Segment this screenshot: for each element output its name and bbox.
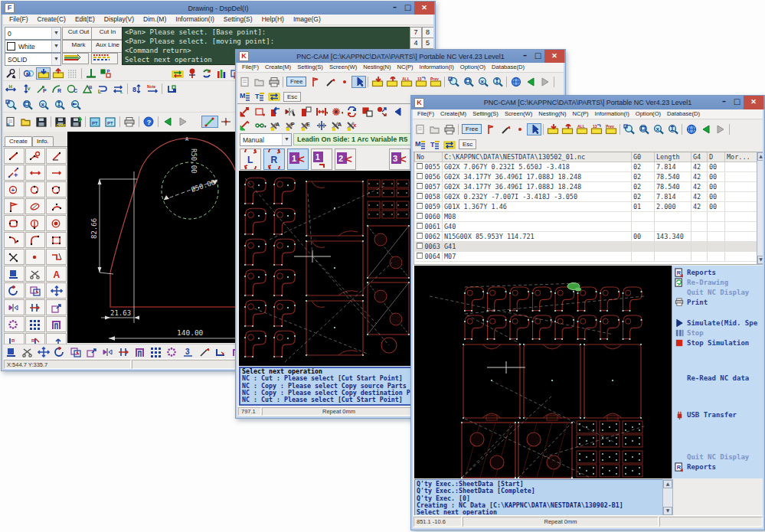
zoom-window-icon[interactable] bbox=[636, 123, 651, 135]
menu-item-help[interactable]: Help(H) bbox=[257, 15, 289, 24]
circle-dot-tool[interactable] bbox=[25, 181, 46, 197]
stretch-icon[interactable] bbox=[116, 346, 132, 358]
cmd-13-icon[interactable]: 13 bbox=[414, 76, 428, 88]
array-grid-tool[interactable] bbox=[25, 316, 46, 332]
nc-row[interactable]: 0060M08 bbox=[415, 212, 758, 222]
cut-e-icon[interactable]: E bbox=[299, 119, 314, 132]
menu-item-setting[interactable]: Setting(S) bbox=[294, 63, 326, 72]
menu-item-information[interactable]: Information(I) bbox=[417, 63, 457, 72]
dim-note-icon[interactable]: Note bbox=[145, 83, 160, 95]
dim-swap-icon[interactable]: L bbox=[110, 83, 126, 95]
arrow-right-tool[interactable] bbox=[46, 165, 67, 181]
nc-row[interactable]: 0061G40 bbox=[415, 222, 758, 232]
cmd-out-icon[interactable] bbox=[560, 123, 574, 135]
print-icon[interactable] bbox=[266, 76, 281, 88]
cycle-icon[interactable] bbox=[345, 106, 360, 118]
row-checkbox[interactable] bbox=[417, 243, 423, 249]
nav-back-icon[interactable] bbox=[160, 116, 175, 128]
double-square-icon[interactable] bbox=[360, 106, 375, 118]
palette-tab-info[interactable]: Info. bbox=[32, 136, 54, 146]
arrow-both-tool[interactable] bbox=[25, 165, 46, 181]
color-bars-icon[interactable] bbox=[214, 67, 228, 80]
cmd-all-icon[interactable]: ALL bbox=[399, 76, 414, 88]
menu-item-file[interactable]: File(F) bbox=[239, 63, 262, 72]
free-button[interactable]: Free bbox=[462, 124, 482, 134]
row-checkbox[interactable] bbox=[417, 213, 423, 219]
table-header[interactable]: G4 bbox=[691, 152, 708, 162]
dim-leader-icon[interactable]: L bbox=[95, 83, 110, 95]
copy-tool[interactable] bbox=[25, 282, 46, 299]
menu-item-display[interactable]: Display(V) bbox=[100, 15, 139, 24]
copy-icon[interactable] bbox=[67, 346, 83, 358]
menu-item-create[interactable]: Create(M) bbox=[437, 109, 469, 119]
hook-curve-tool[interactable] bbox=[4, 232, 25, 248]
menu-item-option[interactable]: Option(O) bbox=[633, 109, 664, 119]
nav-forward-icon[interactable] bbox=[713, 123, 727, 135]
nav-forward-icon[interactable] bbox=[175, 116, 191, 128]
move-icon[interactable] bbox=[35, 346, 51, 358]
lead-mode-combo[interactable]: Manual▼ bbox=[240, 133, 292, 146]
titlebar-drawing[interactable]: F Drawing - DspDel(I) – □ ✕ bbox=[2, 2, 435, 15]
nc-row[interactable]: 0063G41 bbox=[415, 242, 758, 252]
cursor-icon[interactable] bbox=[351, 76, 366, 88]
line-style-button[interactable] bbox=[91, 53, 118, 64]
ellipse-tool[interactable] bbox=[25, 198, 46, 214]
close-button[interactable]: ✕ bbox=[744, 96, 763, 109]
titlebar-cam-nesting[interactable]: K PNC-CAM [C:\KAPPNC\DATA\PARTS\] Portab… bbox=[236, 50, 565, 64]
numpad-key-5[interactable]: 5 bbox=[422, 38, 434, 49]
maximize-button[interactable]: □ bbox=[731, 96, 744, 109]
disk-pt2-icon[interactable]: PT bbox=[103, 116, 118, 128]
nav-forward-icon[interactable] bbox=[538, 76, 552, 88]
esc-button[interactable]: Esc bbox=[283, 92, 301, 102]
cut-x-icon[interactable]: x bbox=[345, 119, 360, 132]
flag-icon2[interactable] bbox=[483, 123, 498, 135]
menu-item-setting[interactable]: Setting(S) bbox=[219, 15, 257, 24]
mirror-icon[interactable] bbox=[100, 346, 116, 358]
menu-item-create[interactable]: Create(M) bbox=[262, 63, 294, 72]
zoom-extents-icon[interactable] bbox=[665, 123, 680, 135]
mirror-flip-icon[interactable] bbox=[283, 106, 299, 118]
mouse-select-icon[interactable]: M bbox=[21, 67, 36, 80]
nc-row[interactable]: 0062N15G00X 85.953Y 114.72100143.340 bbox=[415, 232, 758, 242]
justify-icon[interactable]: ▾ bbox=[314, 106, 329, 118]
rotate-right-button[interactable]: R bbox=[263, 149, 285, 170]
nc-row[interactable]: 0059G01X 1.367Y 1.46012.0004200 bbox=[415, 202, 758, 212]
cmd-in-icon[interactable] bbox=[370, 76, 384, 88]
numpad-key-7[interactable]: 7 bbox=[410, 27, 422, 38]
menu-item-database[interactable]: Database(D) bbox=[664, 109, 703, 119]
line-snap-icon[interactable] bbox=[201, 116, 218, 128]
menu-item-file[interactable]: File(F) bbox=[414, 109, 437, 119]
point-red-icon[interactable] bbox=[337, 76, 351, 88]
cmd-out-icon[interactable] bbox=[384, 76, 399, 88]
text-a-tool[interactable]: A bbox=[46, 266, 67, 282]
menu-item-nc[interactable]: NC(P) bbox=[569, 109, 591, 119]
esc-button[interactable]: Esc bbox=[459, 139, 476, 149]
stretch-tool[interactable] bbox=[25, 299, 46, 315]
zoom-extents-icon[interactable] bbox=[490, 76, 505, 88]
row-checkbox[interactable] bbox=[417, 163, 423, 169]
menu-item-screen[interactable]: Screen(W) bbox=[326, 63, 360, 72]
cursor-icon[interactable] bbox=[527, 123, 541, 135]
row-checkbox[interactable] bbox=[417, 203, 423, 209]
corner-move-icon[interactable] bbox=[83, 346, 100, 358]
offset-frame-tool[interactable] bbox=[46, 316, 67, 332]
help-icon[interactable]: ? bbox=[141, 116, 156, 128]
aux-line-button[interactable]: Aux Line bbox=[91, 40, 124, 53]
cmd-13-icon[interactable]: 13 bbox=[589, 123, 603, 135]
zoom-pan-icon[interactable] bbox=[67, 99, 83, 111]
row-checkbox[interactable] bbox=[417, 253, 423, 259]
point-snap-icon[interactable] bbox=[218, 116, 234, 128]
row-checkbox[interactable] bbox=[417, 223, 423, 229]
menu-item-dim[interactable]: Dim.(M) bbox=[139, 15, 171, 24]
new-drawing-icon[interactable]: N bbox=[3, 116, 18, 128]
nc-menu-quit-nc-display[interactable]: Quit NC Display bbox=[672, 287, 763, 297]
pencil-icon[interactable] bbox=[498, 123, 512, 135]
table-header[interactable]: G0 bbox=[632, 152, 655, 162]
dot-ring-icon[interactable] bbox=[164, 346, 180, 358]
pencil-icon[interactable] bbox=[322, 76, 337, 88]
dim-split-icon[interactable]: 8 bbox=[129, 83, 145, 95]
cut-in-button[interactable]: Cut In bbox=[91, 27, 124, 40]
mirror-tool[interactable] bbox=[4, 299, 25, 315]
leadin-field[interactable]: Leadin On Side: 1 Arc Variable R5 bbox=[293, 133, 417, 145]
wrench-cursor-icon[interactable] bbox=[3, 67, 18, 80]
